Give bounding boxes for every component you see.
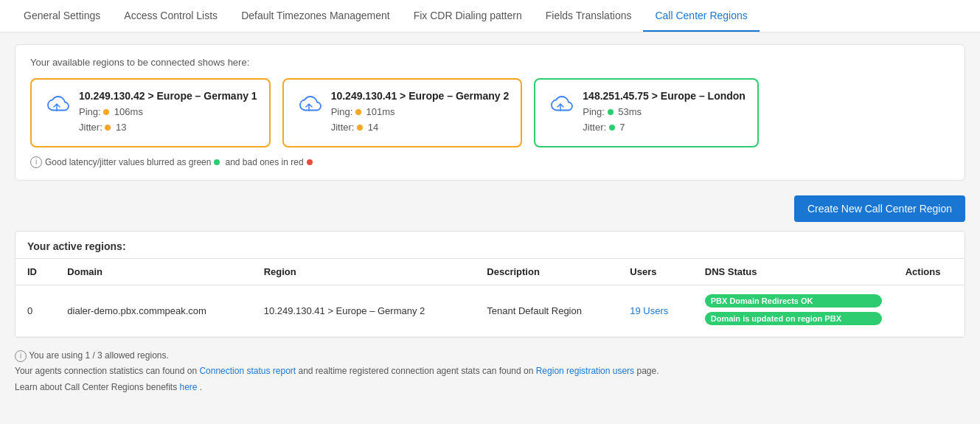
region-card-title: 148.251.45.75 > Europe – London [583,90,746,102]
toolbar: Create New Call Center Region [15,195,965,222]
dot-red [307,159,313,165]
region-card-info: 148.251.45.75 > Europe – London Ping: 53… [583,90,746,136]
table-header-row: IDDomainRegionDescriptionUsersDNS Status… [15,258,965,285]
table-section: Your active regions: IDDomainRegionDescr… [15,231,965,338]
cloud-icon [547,93,574,120]
col-users: Users [618,258,692,285]
main-content: Your available regions to be connected s… [0,32,980,407]
cell-id: 0 [15,285,55,336]
tab-general-settings[interactable]: General Settings [12,1,112,32]
dns-badge: Domain is updated on region PBX [705,312,882,325]
connection-status-link[interactable]: Connection status report [199,366,296,376]
legend-and: and bad ones in red [225,157,303,167]
region-card-info: 10.249.130.41 > Europe – Germany 2 Ping:… [331,90,510,136]
dot-green [214,159,220,165]
create-region-button[interactable]: Create New Call Center Region [794,195,965,222]
region-ping: Ping: 101ms [331,105,510,120]
cloud-icon [296,93,322,120]
region-registration-link[interactable]: Region registration users [536,366,634,376]
footer-info-icon: i [15,350,27,362]
tab-fields-translations[interactable]: Fields Translations [534,1,644,32]
region-ping: Ping: 53ms [583,105,746,120]
footer-line1: i You are using 1 / 3 allowed regions. [15,348,965,364]
region-jitter: Jitter: 13 [79,120,257,136]
region-card-title: 10.249.130.41 > Europe – Germany 2 [331,90,510,102]
cell-users[interactable]: 19 Users [618,285,692,336]
col-actions: Actions [894,258,965,285]
tab-call-center-regions[interactable]: Call Center Regions [643,1,759,32]
col-domain: Domain [55,258,251,285]
users-link[interactable]: 19 Users [630,305,668,316]
here-link[interactable]: here [179,382,197,392]
regions-table: IDDomainRegionDescriptionUsersDNS Status… [15,258,965,337]
footer-line2: Your agents connection statistics can fo… [15,364,965,380]
section-title: Your active regions: [15,232,965,252]
table-row: 0dialer-demo.pbx.commpeak.com10.249.130.… [15,285,965,336]
regions-info-text: Your available regions to be connected s… [30,57,950,68]
cell-description: Tenant Default Region [475,285,618,336]
regions-panel: Your available regions to be connected s… [15,44,965,181]
region-cards: 10.249.130.42 > Europe – Germany 1 Ping:… [30,78,950,147]
region-card-info: 10.249.130.42 > Europe – Germany 1 Ping:… [79,90,257,136]
cell-dns-status: PBX Domain Redirects OKDomain is updated… [693,285,894,336]
cloud-icon [44,93,70,120]
nav-bar: General Settings Access Control Lists De… [0,0,980,32]
col-description: Description [475,258,618,285]
cell-domain: dialer-demo.pbx.commpeak.com [55,285,251,336]
region-card-title: 10.249.130.42 > Europe – Germany 1 [79,90,257,102]
footer-text: i You are using 1 / 3 allowed regions. Y… [15,348,965,396]
cell-actions [894,285,965,336]
region-card-card-3: 148.251.45.75 > Europe – London Ping: 53… [534,78,759,147]
region-jitter: Jitter: 14 [331,120,510,136]
col-dns-status: DNS Status [693,258,894,285]
tab-fix-cdr[interactable]: Fix CDR Dialing pattern [402,1,534,32]
info-icon: i [30,156,42,168]
region-jitter: Jitter: 7 [583,120,746,136]
region-ping: Ping: 106ms [79,105,257,120]
footer-line3: Learn about Call Center Regions benefits… [15,380,965,396]
dns-badge: PBX Domain Redirects OK [705,294,882,307]
tab-default-timezones[interactable]: Default Timezones Management [229,1,402,32]
col-region: Region [252,258,476,285]
legend-text: Good latency/jitter values blurred as gr… [45,157,211,167]
cell-region: 10.249.130.41 > Europe – Germany 2 [252,285,476,336]
region-card-card-1: 10.249.130.42 > Europe – Germany 1 Ping:… [30,78,271,147]
region-card-card-2: 10.249.130.41 > Europe – Germany 2 Ping:… [282,78,523,147]
legend-row: i Good latency/jitter values blurred as … [30,156,950,168]
badge-row: PBX Domain Redirects OKDomain is updated… [705,294,882,327]
col-id: ID [15,258,55,285]
tab-access-control-lists[interactable]: Access Control Lists [112,1,229,32]
